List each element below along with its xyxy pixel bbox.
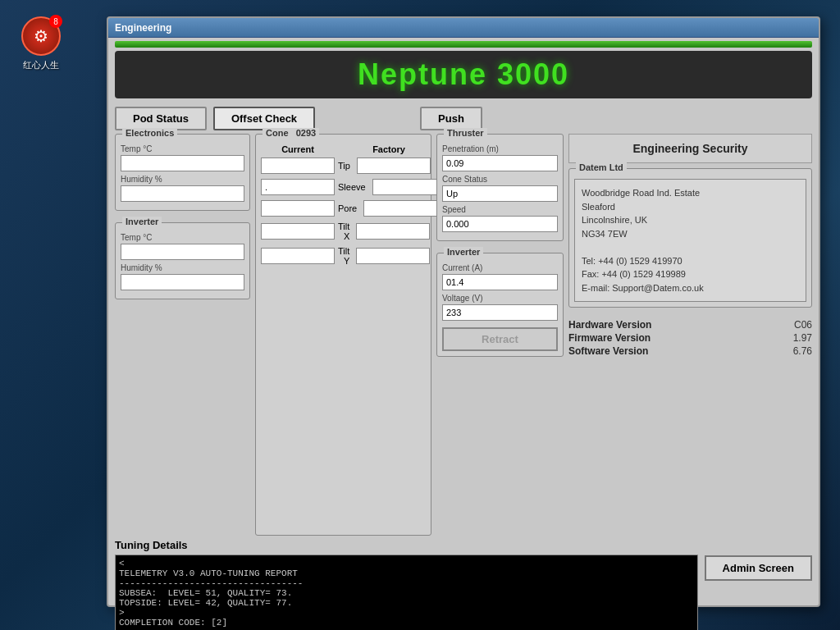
cone-status-input[interactable] xyxy=(442,185,558,202)
cone-tilty-factory[interactable] xyxy=(356,248,430,264)
inverter-left-group: Inverter Temp °C Humidity % xyxy=(115,222,250,299)
inverter-temp-label: Temp °C xyxy=(121,233,244,242)
pod-status-button[interactable]: Pod Status xyxy=(115,107,207,130)
pore-label: Pore xyxy=(338,203,360,213)
cone-tiltx-factory[interactable] xyxy=(356,223,430,240)
thruster-title: Thruster xyxy=(444,128,487,138)
sleeve-label: Sleeve xyxy=(338,182,369,192)
cone-tiltx-row: Tilt X xyxy=(261,221,426,241)
right-columns: Thruster Penetration (m) Cone Status Spe… xyxy=(436,134,812,536)
cone-tiltx-current[interactable] xyxy=(261,223,335,240)
speed-input[interactable] xyxy=(442,216,558,232)
penetration-input[interactable] xyxy=(442,155,558,171)
neptune-title-area: Neptune 3000 xyxy=(115,51,812,98)
inverter-temp-input[interactable] xyxy=(121,244,244,260)
offset-check-button[interactable]: Offset Check xyxy=(213,107,315,130)
inverter-humidity-input[interactable] xyxy=(121,274,244,290)
app-window: Engineering Neptune 3000 Pod Status Offs… xyxy=(107,16,820,607)
cone-table: Current Factory Tip Sleeve xyxy=(261,144,426,266)
cone-sleeve-current[interactable] xyxy=(261,179,335,195)
software-version-value: 6.76 xyxy=(793,345,812,357)
tuning-area: Tuning Details < TELEMETRY V3.0 AUTO-TUN… xyxy=(115,539,698,630)
inverter-current-input[interactable] xyxy=(442,274,558,290)
cone-pore-row: Pore xyxy=(261,200,426,217)
firmware-version-row: Firmware Version 1.97 xyxy=(568,332,812,344)
cone-pore-current[interactable] xyxy=(261,200,335,217)
cone-tip-factory[interactable] xyxy=(357,158,431,174)
penetration-label: Penetration (m) xyxy=(442,144,558,153)
admin-area: Admin Screen xyxy=(705,539,812,581)
inverter-current-label: Current (A) xyxy=(442,263,558,272)
electronics-group: Electronics Temp °C Humidity % xyxy=(115,134,250,211)
inverter-voltage-label: Voltage (V) xyxy=(442,294,558,303)
cone-tilty-row: Tilt Y xyxy=(261,246,426,266)
tilty-label: Tilt Y xyxy=(338,246,353,266)
cone-tip-row: Tip xyxy=(261,158,426,174)
cone-header-row: Current Factory xyxy=(261,144,426,154)
electronics-temp-row: Temp °C xyxy=(121,144,244,171)
green-banner xyxy=(115,41,812,48)
retract-button[interactable]: Retract xyxy=(442,327,558,351)
firmware-version-value: 1.97 xyxy=(793,332,812,344)
company-address4: NG34 7EW xyxy=(582,227,799,241)
inverter-voltage-input[interactable] xyxy=(442,304,558,321)
cone-tilty-current[interactable] xyxy=(261,248,335,264)
app-icon: ⚙ 8 xyxy=(21,16,61,56)
company-group: Datem Ltd Woodbridge Road Ind. Estate Sl… xyxy=(568,168,812,308)
company-fax: Fax: +44 (0) 1529 419989 xyxy=(582,267,799,281)
cone-sleeve-factory[interactable] xyxy=(372,179,446,195)
tuning-text[interactable]: < TELEMETRY V3.0 AUTO-TUNING REPORT ----… xyxy=(115,555,698,630)
firmware-version-label: Firmware Version xyxy=(568,332,651,344)
penetration-row: Penetration (m) xyxy=(442,144,558,171)
notification-badge: 8 xyxy=(49,15,62,28)
company-tel: Tel: +44 (0) 1529 419970 xyxy=(582,254,799,268)
cone-status-row: Cone Status xyxy=(442,175,558,202)
icon-label: 红心人生 xyxy=(23,59,59,71)
software-version-label: Software Version xyxy=(568,345,648,357)
speed-label: Speed xyxy=(442,205,558,214)
electronics-humidity-row: Humidity % xyxy=(121,175,244,202)
cone-group: Cone 0293 Current Factory Tip xyxy=(255,134,431,536)
middle-column: Cone 0293 Current Factory Tip xyxy=(255,134,431,536)
hardware-version-row: Hardware Version C06 xyxy=(568,319,812,331)
company-group-title: Datem Ltd xyxy=(576,162,627,172)
company-address1: Woodbridge Road Ind. Estate xyxy=(582,186,799,200)
title-bar: Engineering xyxy=(108,18,819,38)
inverter-temp-row: Temp °C xyxy=(121,233,244,260)
electronics-humidity-input[interactable] xyxy=(121,185,244,202)
title-bar-text: Engineering xyxy=(115,22,171,34)
security-panel: Engineering Security xyxy=(568,134,812,163)
inverter-right-group: Inverter Current (A) Voltage (V) Retract xyxy=(436,253,564,357)
cone-pore-factory[interactable] xyxy=(363,200,437,217)
electronics-temp-input[interactable] xyxy=(121,155,244,171)
hardware-version-label: Hardware Version xyxy=(568,319,651,331)
version-table: Hardware Version C06 Firmware Version 1.… xyxy=(568,319,812,358)
company-info: Woodbridge Road Ind. Estate Sleaford Lin… xyxy=(574,179,806,302)
electronics-title: Electronics xyxy=(122,128,177,138)
thruster-column: Thruster Penetration (m) Cone Status Spe… xyxy=(436,134,564,536)
security-title: Engineering Security xyxy=(632,142,747,155)
full-layout: Electronics Temp °C Humidity % Inverter … xyxy=(108,134,819,536)
hardware-version-value: C06 xyxy=(794,319,812,331)
left-column: Electronics Temp °C Humidity % Inverter … xyxy=(115,134,250,536)
thruster-group: Thruster Penetration (m) Cone Status Spe… xyxy=(436,134,564,241)
tiltx-label: Tilt X xyxy=(338,221,353,241)
neptune-title: Neptune 3000 xyxy=(358,57,569,91)
cone-status-label: Cone Status xyxy=(442,175,558,184)
software-version-row: Software Version 6.76 xyxy=(568,345,812,357)
bottom-area: Tuning Details < TELEMETRY V3.0 AUTO-TUN… xyxy=(108,536,819,630)
desktop-icon[interactable]: ⚙ 8 红心人生 xyxy=(16,16,66,71)
admin-screen-button[interactable]: Admin Screen xyxy=(705,555,812,581)
company-address2: Sleaford xyxy=(582,200,799,214)
factory-header: Factory xyxy=(352,144,426,154)
tuning-title: Tuning Details xyxy=(115,539,698,551)
company-email: E-mail: Support@Datem.co.uk xyxy=(582,281,799,295)
push-button[interactable]: Push xyxy=(420,107,482,130)
inverter-voltage-row: Voltage (V) xyxy=(442,294,558,321)
cone-title: Cone 0293 xyxy=(262,128,319,138)
inverter-left-title: Inverter xyxy=(122,217,162,226)
current-header: Current xyxy=(261,144,335,154)
inverter-humidity-label: Humidity % xyxy=(121,263,244,272)
tip-label: Tip xyxy=(338,161,354,171)
cone-tip-current[interactable] xyxy=(261,158,335,174)
